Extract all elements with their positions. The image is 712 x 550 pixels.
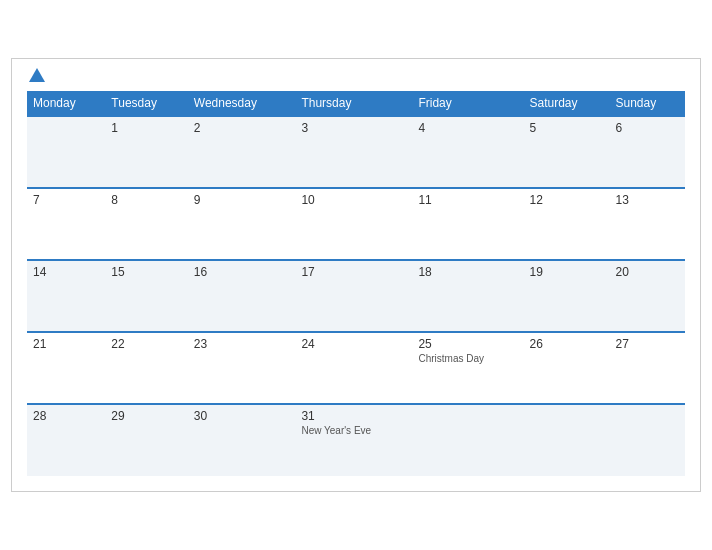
week-row-1: 123456 (27, 116, 685, 188)
day-number: 15 (111, 265, 181, 279)
calendar-cell: 5 (524, 116, 610, 188)
day-number: 26 (530, 337, 604, 351)
day-number: 6 (615, 121, 679, 135)
calendar-cell (27, 116, 105, 188)
day-number: 4 (418, 121, 517, 135)
calendar-cell: 18 (412, 260, 523, 332)
day-number: 8 (111, 193, 181, 207)
day-number: 20 (615, 265, 679, 279)
day-number: 11 (418, 193, 517, 207)
calendar-cell: 29 (105, 404, 187, 476)
col-header-thursday: Thursday (295, 91, 412, 116)
day-number: 12 (530, 193, 604, 207)
col-header-monday: Monday (27, 91, 105, 116)
day-number: 5 (530, 121, 604, 135)
day-number: 28 (33, 409, 99, 423)
calendar-cell: 23 (188, 332, 296, 404)
day-number: 22 (111, 337, 181, 351)
calendar-cell: 21 (27, 332, 105, 404)
calendar-container: MondayTuesdayWednesdayThursdayFridaySatu… (11, 58, 701, 492)
day-number: 21 (33, 337, 99, 351)
day-number: 25 (418, 337, 517, 351)
calendar-cell: 16 (188, 260, 296, 332)
calendar-cell: 2 (188, 116, 296, 188)
calendar-cell: 27 (609, 332, 685, 404)
calendar-cell: 13 (609, 188, 685, 260)
day-number: 2 (194, 121, 290, 135)
logo-triangle-icon (29, 68, 45, 82)
calendar-tbody: 1234567891011121314151617181920212223242… (27, 116, 685, 476)
day-number: 16 (194, 265, 290, 279)
day-number: 3 (301, 121, 406, 135)
calendar-cell (609, 404, 685, 476)
week-row-3: 14151617181920 (27, 260, 685, 332)
calendar-cell: 31New Year's Eve (295, 404, 412, 476)
calendar-cell: 1 (105, 116, 187, 188)
calendar-cell: 20 (609, 260, 685, 332)
event-label: New Year's Eve (301, 425, 406, 436)
calendar-cell: 14 (27, 260, 105, 332)
calendar-header (27, 69, 685, 83)
calendar-cell (524, 404, 610, 476)
calendar-table: MondayTuesdayWednesdayThursdayFridaySatu… (27, 91, 685, 476)
col-header-wednesday: Wednesday (188, 91, 296, 116)
calendar-cell: 12 (524, 188, 610, 260)
week-row-2: 78910111213 (27, 188, 685, 260)
day-number: 31 (301, 409, 406, 423)
calendar-cell: 10 (295, 188, 412, 260)
day-number: 30 (194, 409, 290, 423)
calendar-thead: MondayTuesdayWednesdayThursdayFridaySatu… (27, 91, 685, 116)
calendar-cell: 8 (105, 188, 187, 260)
col-header-sunday: Sunday (609, 91, 685, 116)
day-number: 9 (194, 193, 290, 207)
calendar-cell: 3 (295, 116, 412, 188)
col-header-friday: Friday (412, 91, 523, 116)
calendar-cell: 28 (27, 404, 105, 476)
col-header-saturday: Saturday (524, 91, 610, 116)
day-number: 27 (615, 337, 679, 351)
calendar-header-row: MondayTuesdayWednesdayThursdayFridaySatu… (27, 91, 685, 116)
day-number: 19 (530, 265, 604, 279)
calendar-cell: 4 (412, 116, 523, 188)
calendar-cell: 9 (188, 188, 296, 260)
calendar-cell: 30 (188, 404, 296, 476)
day-number: 23 (194, 337, 290, 351)
calendar-cell: 22 (105, 332, 187, 404)
calendar-cell: 6 (609, 116, 685, 188)
week-row-4: 2122232425Christmas Day2627 (27, 332, 685, 404)
calendar-cell: 17 (295, 260, 412, 332)
calendar-cell: 26 (524, 332, 610, 404)
calendar-cell: 25Christmas Day (412, 332, 523, 404)
calendar-cell (412, 404, 523, 476)
calendar-cell: 7 (27, 188, 105, 260)
day-number: 1 (111, 121, 181, 135)
day-number: 14 (33, 265, 99, 279)
col-header-tuesday: Tuesday (105, 91, 187, 116)
calendar-cell: 19 (524, 260, 610, 332)
day-number: 17 (301, 265, 406, 279)
day-number: 13 (615, 193, 679, 207)
calendar-cell: 11 (412, 188, 523, 260)
day-number: 24 (301, 337, 406, 351)
calendar-cell: 15 (105, 260, 187, 332)
calendar-cell: 24 (295, 332, 412, 404)
day-number: 29 (111, 409, 181, 423)
day-number: 18 (418, 265, 517, 279)
day-number: 7 (33, 193, 99, 207)
logo (27, 69, 47, 83)
day-number: 10 (301, 193, 406, 207)
week-row-5: 28293031New Year's Eve (27, 404, 685, 476)
event-label: Christmas Day (418, 353, 517, 364)
